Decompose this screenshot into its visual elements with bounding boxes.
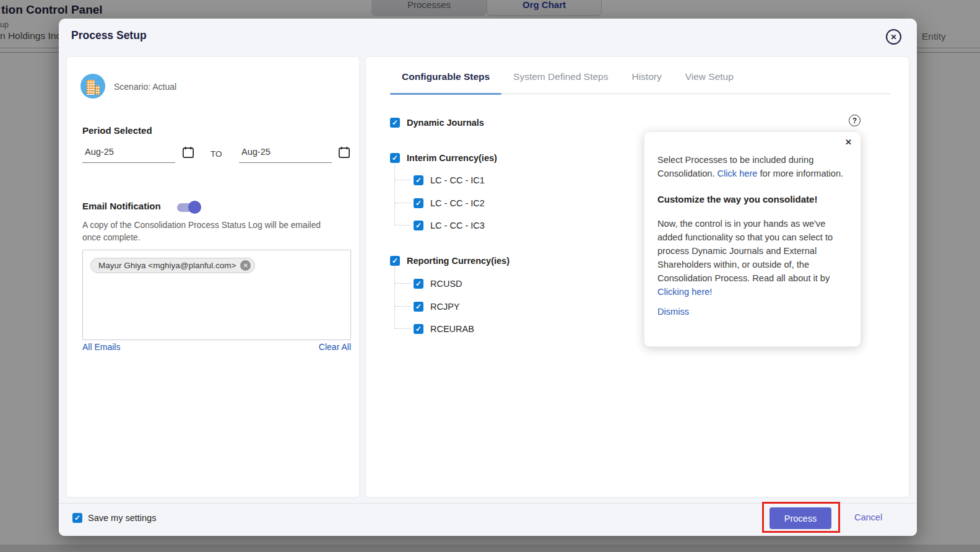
modal-title: Process Setup (71, 29, 147, 42)
cancel-button[interactable]: Cancel (854, 512, 882, 522)
tree-line (395, 328, 411, 329)
checkbox-lc-cc-ic2[interactable] (414, 198, 423, 208)
period-to-separator: TO (210, 149, 222, 159)
period-from-input[interactable]: Aug-25 (82, 144, 175, 163)
all-emails-link[interactable]: All Emails (82, 342, 120, 352)
step-lc-cc-ic3: LC - CC - IC3 (414, 220, 485, 230)
tree-line (395, 180, 411, 180)
checkbox-rceurab[interactable] (414, 324, 423, 334)
step-dynamic-journals: Dynamic Journals (390, 117, 484, 128)
toggle-knob (188, 201, 201, 214)
email-notification-label: Email Notification (82, 201, 161, 211)
calendar-icon[interactable] (338, 146, 350, 159)
checkbox-lc-cc-ic1[interactable] (414, 175, 423, 185)
save-settings-label: Save my settings (88, 513, 156, 523)
period-selected-label: Period Selected (82, 125, 152, 136)
email-links-row: All Emails Clear All (82, 342, 351, 352)
help-popover: ✕ Select Processes to be included during… (644, 131, 861, 347)
step-lc-cc-ic2: LC - CC - IC2 (414, 198, 485, 208)
modal-footer: Save my settings Process Cancel (59, 503, 917, 536)
tab-view-setup[interactable]: View Setup (674, 71, 745, 94)
process-setup-modal: Process Setup ✕ Scenario: Actual Period … (59, 19, 917, 536)
tab-history[interactable]: History (620, 71, 673, 94)
tree-line (395, 225, 411, 226)
email-recipients-input[interactable]: Mayur Ghiya <mghiya@planful.com> ✕ (82, 250, 351, 340)
tab-system-defined-steps[interactable]: System Defined Steps (501, 71, 620, 94)
checkbox-dynamic-journals[interactable] (390, 118, 400, 128)
dismiss-link[interactable]: Dismiss (657, 307, 689, 317)
tree-line (395, 306, 411, 307)
step-rceurab: RCEURAB (414, 323, 474, 334)
email-notification-description: A copy of the Consolidation Process Stat… (82, 219, 339, 244)
remove-email-icon[interactable]: ✕ (240, 260, 251, 271)
checkbox-lc-cc-ic3[interactable] (414, 221, 423, 230)
scenario-label: Scenario: Actual (114, 82, 176, 92)
tree-line (395, 203, 411, 203)
screen: tion Control Panel Processes Org Chart u… (0, 0, 980, 552)
popover-paragraph-2: Now, the control is in your hands as we'… (657, 217, 844, 299)
step-rcjpy: RCJPY (414, 301, 460, 312)
step-reporting-currencies: Reporting Currency(ies) (390, 255, 510, 266)
tab-configurable-steps[interactable]: Configurable Steps (390, 71, 501, 94)
period-to-input[interactable]: Aug-25 (239, 144, 332, 163)
step-interim-currencies: Interim Currency(ies) (390, 152, 497, 163)
step-lc-cc-ic1: LC - CC - IC1 (414, 175, 485, 185)
close-icon[interactable]: ✕ (886, 29, 901, 45)
email-chip: Mayur Ghiya <mghiya@planful.com> ✕ (90, 258, 255, 273)
clear-all-link[interactable]: Clear All (319, 342, 351, 352)
setup-panel: Scenario: Actual Period Selected Aug-25 … (67, 57, 359, 497)
checkbox-save-my-settings[interactable] (72, 513, 82, 523)
checkbox-interim-currencies[interactable] (390, 153, 400, 163)
tree-line (394, 164, 395, 225)
popover-close-icon[interactable]: ✕ (845, 138, 852, 147)
steps-panel: Configurable Steps System Defined Steps … (366, 57, 909, 497)
save-settings-row: Save my settings (72, 513, 156, 523)
help-icon[interactable]: ? (849, 115, 861, 126)
checkbox-rcusd[interactable] (414, 279, 423, 289)
clicking-here-link[interactable]: Clicking here! (657, 287, 712, 297)
tree-line (394, 266, 395, 328)
popover-paragraph-1: Select Processes to be included during C… (657, 153, 844, 180)
checkbox-reporting-currencies[interactable] (390, 256, 400, 266)
steps-tabs: Configurable Steps System Defined Steps … (390, 71, 890, 94)
tree-line (395, 283, 411, 284)
process-button[interactable]: Process (770, 507, 831, 529)
checkbox-rcjpy[interactable] (414, 302, 423, 312)
step-rcusd: RCUSD (414, 278, 462, 289)
period-range-row: Aug-25 TO Aug-25 (67, 144, 359, 164)
calendar-icon[interactable] (182, 146, 194, 159)
email-notification-toggle[interactable] (177, 203, 199, 212)
popover-heading: Customize the way you consolidate! (657, 194, 844, 204)
email-chip-text: Mayur Ghiya <mghiya@planful.com> (98, 261, 236, 270)
scenario-building-icon (80, 74, 105, 99)
click-here-link[interactable]: Click here (718, 169, 758, 178)
